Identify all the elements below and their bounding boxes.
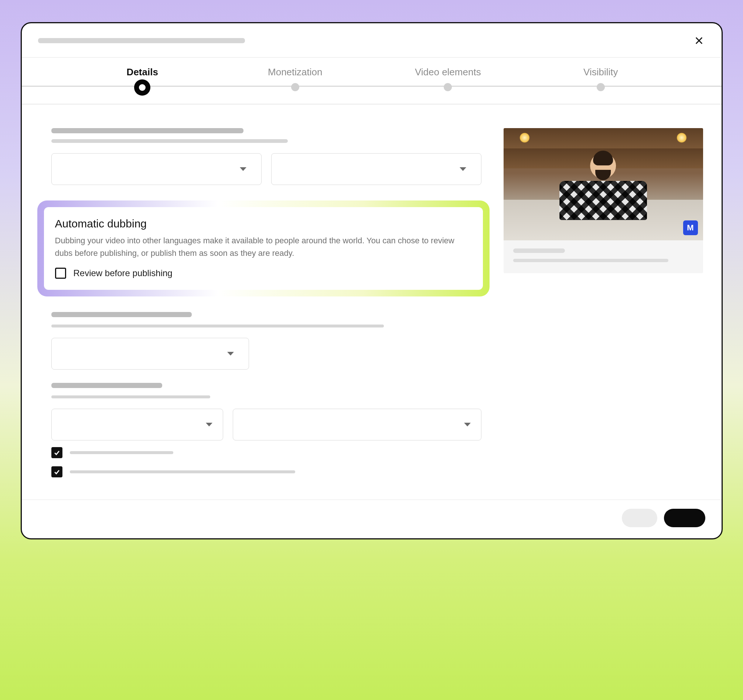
checkbox-checked-icon[interactable] <box>51 466 62 477</box>
checkbox-list <box>51 447 481 477</box>
select-row <box>51 153 481 185</box>
checkbox-checked-icon[interactable] <box>51 447 62 458</box>
step-dot-icon <box>291 83 299 91</box>
dropdown-field[interactable] <box>51 338 249 369</box>
section-subtext-placeholder <box>51 139 288 143</box>
video-thumbnail[interactable]: M <box>503 128 703 240</box>
automatic-dubbing-highlight: Automatic dubbing Dubbing your video int… <box>37 201 490 297</box>
step-details[interactable]: Details <box>66 66 219 99</box>
dropdown-field[interactable] <box>233 409 481 440</box>
back-button[interactable] <box>622 509 657 527</box>
close-button[interactable] <box>693 34 705 47</box>
checkbox-unchecked-icon[interactable] <box>55 268 66 279</box>
chevron-down-icon <box>460 167 466 171</box>
divider <box>22 104 722 105</box>
checkbox-row[interactable] <box>51 466 481 477</box>
video-meta <box>503 240 703 273</box>
step-video-elements[interactable]: Video elements <box>372 66 525 91</box>
meta-line-placeholder <box>513 248 565 253</box>
meta-line-placeholder <box>513 259 668 262</box>
dropdown-field[interactable] <box>271 153 481 185</box>
chevron-down-icon <box>206 423 212 427</box>
select-row <box>51 409 481 440</box>
stepper: Details Monetization Video elements Visi… <box>22 58 722 119</box>
stepper-track <box>22 86 722 87</box>
step-dot-icon <box>134 80 150 96</box>
automatic-dubbing-card: Automatic dubbing Dubbing your video int… <box>44 207 483 290</box>
step-visibility[interactable]: Visibility <box>524 66 677 91</box>
step-label: Visibility <box>524 66 677 78</box>
step-monetization[interactable]: Monetization <box>219 66 372 91</box>
next-button[interactable] <box>664 509 705 527</box>
step-dot-icon <box>444 83 452 91</box>
review-before-publishing-option[interactable]: Review before publishing <box>55 268 472 279</box>
chevron-down-icon <box>464 423 471 427</box>
step-label: Video elements <box>372 66 525 78</box>
section-subtext-placeholder <box>51 396 210 398</box>
section-subtext-placeholder <box>51 325 384 328</box>
section-heading-placeholder <box>51 312 192 317</box>
dialog-header <box>22 23 722 57</box>
thumbnail-badge: M <box>683 220 698 235</box>
checkbox-label-placeholder <box>70 451 173 454</box>
upload-dialog: Details Monetization Video elements Visi… <box>21 22 723 539</box>
close-icon <box>694 35 704 46</box>
video-preview-card: M <box>503 128 703 273</box>
step-label: Monetization <box>219 66 372 78</box>
preview-column: M <box>503 128 703 486</box>
checkbox-label-placeholder <box>70 470 295 473</box>
checkbox-row[interactable] <box>51 447 481 458</box>
dubbing-title: Automatic dubbing <box>55 217 472 230</box>
dialog-body: Automatic dubbing Dubbing your video int… <box>22 119 722 486</box>
form-column: Automatic dubbing Dubbing your video int… <box>51 128 481 486</box>
select-row <box>51 338 481 369</box>
section-heading-placeholder <box>51 128 243 133</box>
section-heading-placeholder <box>51 383 162 388</box>
dropdown-field[interactable] <box>51 153 262 185</box>
chevron-down-icon <box>227 352 234 356</box>
step-dot-icon <box>597 83 605 91</box>
dubbing-description: Dubbing your video into other languages … <box>55 235 472 260</box>
dropdown-field[interactable] <box>51 409 223 440</box>
checkbox-label: Review before publishing <box>74 268 173 278</box>
step-label: Details <box>66 66 219 78</box>
dialog-footer <box>22 499 722 538</box>
dialog-title-placeholder <box>38 38 245 43</box>
chevron-down-icon <box>240 167 246 171</box>
